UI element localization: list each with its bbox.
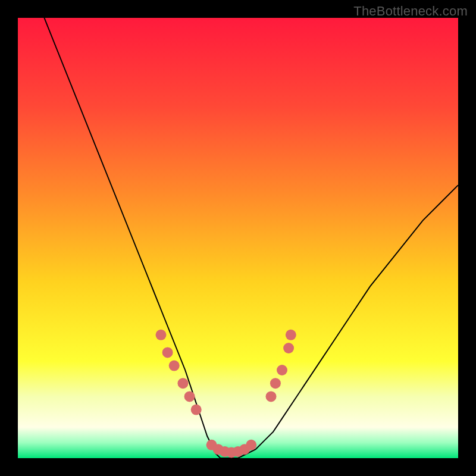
data-marker [184, 391, 195, 402]
data-marker [266, 391, 277, 402]
data-marker [286, 330, 296, 340]
data-marker [277, 365, 287, 375]
bottleneck-chart [18, 18, 458, 458]
chart-frame: TheBottleneck.com [0, 0, 476, 476]
data-marker [178, 378, 189, 389]
data-marker [169, 361, 180, 371]
data-marker [162, 347, 173, 358]
gradient-background [18, 18, 458, 458]
data-marker [283, 343, 294, 353]
watermark-text: TheBottleneck.com [353, 4, 468, 19]
data-marker [246, 440, 256, 450]
data-marker [156, 330, 167, 340]
data-marker [191, 405, 202, 415]
data-marker [270, 378, 281, 389]
